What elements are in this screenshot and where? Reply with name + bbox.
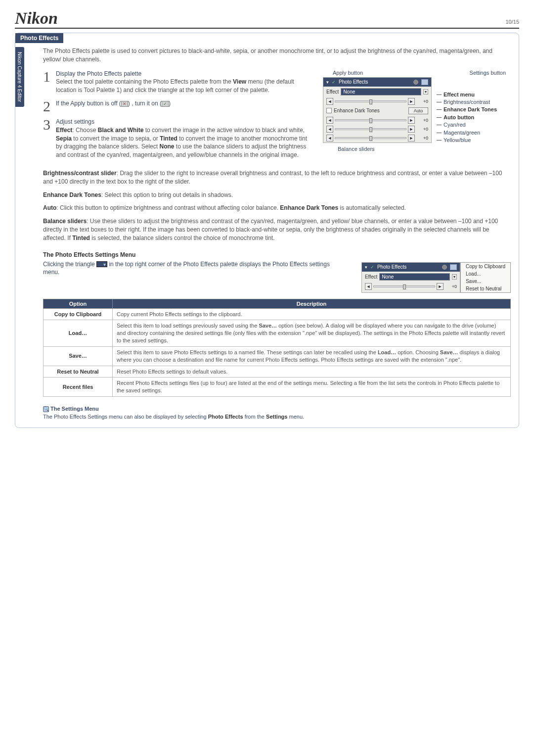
settings-chip-icon[interactable] bbox=[450, 264, 457, 270]
bc-lead: Brightness/contrast slider bbox=[43, 170, 117, 177]
dropdown-icon[interactable]: ▾ bbox=[452, 274, 457, 280]
auto-button[interactable]: Auto bbox=[408, 107, 428, 114]
dark-callout: Enhance Dark Tones bbox=[444, 106, 497, 112]
triangle-chip-icon[interactable] bbox=[96, 261, 107, 267]
context-menu: Copy to Clipboard Load... Save... Reset … bbox=[460, 262, 511, 293]
step3-none: None bbox=[159, 143, 174, 150]
foot-pe: Photo Effects bbox=[208, 414, 243, 420]
step3-tinted: Tinted bbox=[160, 135, 178, 142]
step1-view: View bbox=[233, 78, 246, 85]
content-panel: Photo Effects The Photo Effects palette … bbox=[15, 33, 519, 428]
auto-text-a: : Click this button to optimize brightne… bbox=[56, 204, 280, 211]
opt-cell: Copy to Clipboard bbox=[44, 308, 113, 320]
settings-menu-title: The Photo Effects Settings Menu bbox=[43, 251, 511, 258]
foot-c: menu. bbox=[287, 414, 304, 420]
arrow-left-icon[interactable]: ◄ bbox=[326, 117, 333, 124]
yellow-callout: Yellow/blue bbox=[437, 137, 497, 144]
cyan-callout: Cyan/red bbox=[437, 121, 497, 129]
apply-led-icon[interactable] bbox=[413, 80, 418, 85]
step3-sepia: Sepia bbox=[56, 135, 72, 142]
apply-led-icon[interactable] bbox=[442, 265, 447, 270]
menu-item-load[interactable]: Load... bbox=[461, 270, 510, 278]
palette-triangle-icon[interactable]: ▾ bbox=[326, 80, 329, 85]
settings-button-label: Settings button bbox=[470, 70, 506, 76]
apply-button-label: Apply button bbox=[333, 70, 363, 76]
yellow-slider[interactable] bbox=[335, 137, 406, 139]
magenta-slider[interactable] bbox=[335, 128, 406, 130]
palette-check-icon: ✓ bbox=[332, 80, 336, 85]
apply-off-icon: ✕ bbox=[121, 101, 128, 107]
opt-cell: Reset to Neutral bbox=[44, 366, 113, 378]
desc-cell: Select this item to save Photo Effects s… bbox=[113, 346, 511, 366]
footnote-title: 🔍The Settings Menu bbox=[43, 406, 511, 412]
dark-text: : Select this option to bring out detail… bbox=[101, 191, 233, 198]
arrow-right-icon[interactable]: ► bbox=[408, 135, 415, 142]
menu-item-reset[interactable]: Reset to Neutral bbox=[461, 285, 510, 292]
step3-effect: Effect bbox=[56, 127, 72, 134]
auto-text-b: is automatically selected. bbox=[338, 204, 406, 211]
table-row: Copy to ClipboardCopy current Photo Effe… bbox=[44, 308, 511, 320]
auto-callout: Auto button bbox=[444, 114, 474, 120]
brightness-slider[interactable] bbox=[335, 100, 406, 102]
table-row: Save…Select this item to save Photo Effe… bbox=[44, 346, 511, 366]
step3-b: : Choose bbox=[72, 127, 97, 134]
enhance-checkbox[interactable] bbox=[326, 108, 332, 113]
arrow-left-icon[interactable]: ◄ bbox=[326, 98, 333, 105]
step2-title-a: If the Apply button is off ( bbox=[56, 100, 121, 107]
slider-value: +0 bbox=[416, 118, 428, 123]
brightness-slider-2[interactable] bbox=[373, 285, 435, 287]
arrow-left-icon[interactable]: ◄ bbox=[365, 283, 372, 290]
effect-select-2[interactable]: None bbox=[379, 273, 450, 281]
slider-value: +0 bbox=[416, 99, 428, 104]
desc-cell: Recent Photo Effects settings files (up … bbox=[113, 378, 511, 397]
magnify-icon: 🔍 bbox=[43, 406, 49, 412]
options-table: Option Description Copy to ClipboardCopy… bbox=[43, 299, 511, 397]
palette-title: Photo Effects bbox=[339, 79, 410, 85]
step-number: 1 bbox=[43, 70, 52, 94]
auto-lead: Auto bbox=[43, 204, 56, 211]
table-row: Recent filesRecent Photo Effects setting… bbox=[44, 378, 511, 397]
bal-tinted: Tinted bbox=[72, 235, 90, 241]
dark-lead: Enhance Dark Tones bbox=[43, 191, 101, 198]
bal-lead: Balance sliders bbox=[43, 218, 87, 225]
foot-settings: Settings bbox=[266, 414, 287, 420]
step-1: 1 Display the Photo Effects palette Sele… bbox=[43, 70, 313, 94]
cyan-slider[interactable] bbox=[335, 119, 406, 121]
palette-check-icon: ✓ bbox=[370, 265, 374, 270]
th-option: Option bbox=[44, 299, 113, 308]
desc-cell: Copy current Photo Effects settings to t… bbox=[113, 308, 511, 320]
menu-item-save[interactable]: Save... bbox=[461, 278, 510, 285]
step3-d: to convert the image to sepia, or bbox=[72, 135, 160, 142]
desc-cell: Select this item to load settings previo… bbox=[113, 320, 511, 347]
menu-item-copy[interactable]: Copy to Clipboard bbox=[461, 263, 510, 270]
opt-cell: Load… bbox=[44, 320, 113, 347]
th-desc: Description bbox=[113, 299, 511, 308]
settings-chip-icon[interactable] bbox=[421, 79, 428, 85]
step3-c: to convert the image in the active windo… bbox=[143, 127, 305, 134]
step1-title: Display the Photo Effects palette bbox=[56, 70, 141, 77]
arrow-right-icon[interactable]: ► bbox=[408, 117, 415, 124]
step2-title-b: ) , turn it on ( bbox=[128, 100, 162, 107]
settings-intro-a: Clicking the triangle bbox=[43, 261, 96, 268]
effect-select[interactable]: None bbox=[341, 88, 421, 95]
step-number: 3 bbox=[43, 118, 52, 159]
magenta-callout: Magenta/green bbox=[437, 129, 497, 137]
arrow-right-icon[interactable]: ► bbox=[437, 283, 444, 290]
step1-body-a: Select the tool palette containing the P… bbox=[56, 78, 233, 85]
effect-menu-callout: Effect menu bbox=[444, 92, 475, 97]
arrow-left-icon[interactable]: ◄ bbox=[326, 126, 333, 133]
arrow-left-icon[interactable]: ◄ bbox=[326, 135, 333, 142]
arrow-right-icon[interactable]: ► bbox=[408, 98, 415, 105]
intro-text: The Photo Effects palette is used to con… bbox=[43, 47, 511, 64]
slider-value: +0 bbox=[445, 284, 457, 289]
foot-a: The Photo Effects Settings menu can also… bbox=[43, 414, 208, 420]
bal-text-b: is selected, the balance sliders control… bbox=[90, 235, 275, 241]
table-row: Load…Select this item to load settings p… bbox=[44, 320, 511, 347]
page-number: 10/15 bbox=[505, 19, 519, 25]
opt-cell: Save… bbox=[44, 346, 113, 366]
palette-triangle-icon[interactable]: ▾ bbox=[365, 265, 367, 270]
section-title: Photo Effects bbox=[15, 33, 63, 43]
arrow-right-icon[interactable]: ► bbox=[408, 126, 415, 133]
dropdown-icon[interactable]: ▾ bbox=[423, 89, 428, 94]
step3-title: Adjust settings bbox=[56, 118, 94, 125]
